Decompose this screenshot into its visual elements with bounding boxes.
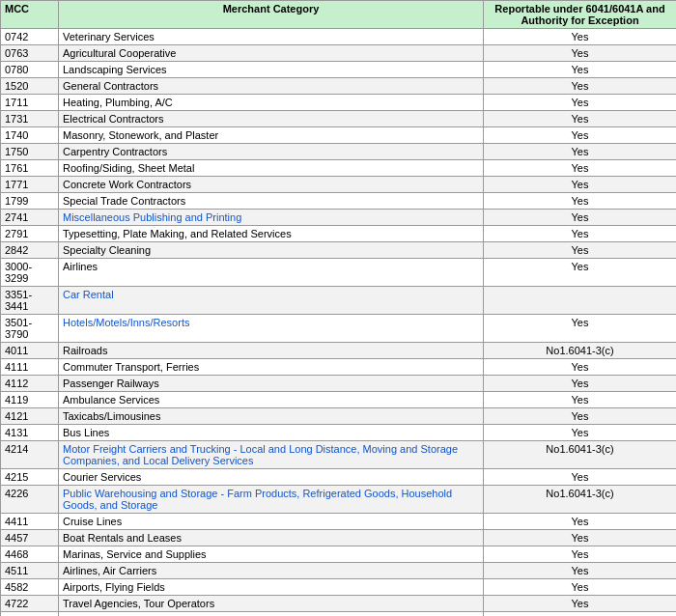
reportable-cell: Yes xyxy=(484,376,677,392)
mcc-cell: 1761 xyxy=(1,160,59,177)
mcc-cell: 4226 xyxy=(1,486,59,514)
category-cell[interactable]: Miscellaneous Publishing and Printing xyxy=(59,210,484,226)
table-row: 4131Bus LinesYes xyxy=(1,425,677,441)
reportable-cell: No1.6041-3(c) xyxy=(484,441,677,469)
reportable-cell: Yes xyxy=(484,177,677,193)
table-row: 4214Motor Freight Carriers and Trucking … xyxy=(1,441,677,469)
mcc-cell: 1799 xyxy=(1,193,59,210)
table-row: 0742Veterinary ServicesYes xyxy=(1,29,677,45)
header-category: Merchant Category xyxy=(59,1,484,29)
category-cell[interactable]: Motor Freight Carriers and Trucking - Lo… xyxy=(59,441,484,469)
category-cell[interactable]: Public Warehousing and Storage - Farm Pr… xyxy=(59,486,484,514)
mcc-cell: 4119 xyxy=(1,392,59,408)
table-row: 4111Commuter Transport, FerriesYes xyxy=(1,359,677,376)
table-row: 4011RailroadsNo1.6041-3(c) xyxy=(1,343,677,359)
mcc-cell: 1731 xyxy=(1,111,59,127)
reportable-cell: Yes xyxy=(484,62,677,78)
reportable-cell: No1.6041-3(c) xyxy=(484,343,677,359)
category-cell: Heating, Plumbing, A/C xyxy=(59,95,484,111)
category-link[interactable]: Car Rental xyxy=(63,289,114,300)
table-row: 2741Miscellaneous Publishing and Printin… xyxy=(1,210,677,226)
category-cell: Typesetting, Plate Making, and Related S… xyxy=(59,226,484,242)
reportable-cell: Yes xyxy=(484,127,677,144)
mcc-cell: 3351-3441 xyxy=(1,287,59,315)
mcc-cell: 1771 xyxy=(1,177,59,193)
reportable-cell: Yes xyxy=(484,315,677,343)
category-cell: Boat Rentals and Leases xyxy=(59,530,484,546)
reportable-cell: Yes xyxy=(484,259,677,287)
reportable-cell: Yes xyxy=(484,596,677,612)
reportable-cell: Yes xyxy=(484,469,677,486)
category-cell: Veterinary Services xyxy=(59,29,484,45)
category-cell: Railroads xyxy=(59,343,484,359)
category-cell[interactable]: Car Rental xyxy=(59,287,484,315)
table-row: 4468Marinas, Service and SuppliesYes xyxy=(1,546,677,563)
reportable-cell: Yes xyxy=(484,95,677,111)
table-row: 1731Electrical ContractorsYes xyxy=(1,111,677,127)
mcc-cell: 1711 xyxy=(1,95,59,111)
category-link[interactable]: Hotels/Motels/Inns/Resorts xyxy=(63,317,189,328)
reportable-cell: Yes xyxy=(484,193,677,210)
category-link[interactable]: Motor Freight Carriers and Trucking - Lo… xyxy=(63,443,458,466)
table-row: 4511Airlines, Air CarriersYes xyxy=(1,563,677,579)
table-row: 1750Carpentry ContractorsYes xyxy=(1,144,677,160)
reportable-cell: Yes xyxy=(484,226,677,242)
category-cell: General Contractors xyxy=(59,78,484,95)
mcc-cell: 1740 xyxy=(1,127,59,144)
mcc-cell: 0763 xyxy=(1,45,59,62)
mcc-cell: 0780 xyxy=(1,62,59,78)
category-cell: Specialty Cleaning xyxy=(59,242,484,259)
mcc-cell: 0742 xyxy=(1,29,59,45)
category-cell: Bus Lines xyxy=(59,425,484,441)
table-row: 0763Agricultural CooperativeYes xyxy=(1,45,677,62)
reportable-cell xyxy=(484,287,677,315)
category-cell: Ambulance Services xyxy=(59,392,484,408)
category-cell: Roofing/Siding, Sheet Metal xyxy=(59,160,484,177)
category-cell: Airports, Flying Fields xyxy=(59,579,484,596)
reportable-cell: Yes xyxy=(484,29,677,45)
table-row: 1520General ContractorsYes xyxy=(1,78,677,95)
table-row: 3501-3790Hotels/Motels/Inns/ResortsYes xyxy=(1,315,677,343)
reportable-cell: Yes xyxy=(484,359,677,376)
category-cell: Carpentry Contractors xyxy=(59,144,484,160)
category-cell: Passenger Railways xyxy=(59,376,484,392)
mcc-cell: 1750 xyxy=(1,144,59,160)
header-reportable: Reportable under 6041/6041A and Authorit… xyxy=(484,1,677,29)
mcc-cell: 2842 xyxy=(1,242,59,259)
category-cell[interactable]: Hotels/Motels/Inns/Resorts xyxy=(59,315,484,343)
table-row: 1740Masonry, Stonework, and PlasterYes xyxy=(1,127,677,144)
reportable-cell: Yes xyxy=(484,144,677,160)
table-row: 1771Concrete Work ContractorsYes xyxy=(1,177,677,193)
reportable-cell: Yes xyxy=(484,579,677,596)
reportable-cell: Yes xyxy=(484,392,677,408)
category-cell: Agricultural Cooperative xyxy=(59,45,484,62)
reportable-cell: Yes xyxy=(484,210,677,226)
mcc-cell: 4215 xyxy=(1,469,59,486)
mcc-cell: 4111 xyxy=(1,359,59,376)
table-row: 1711Heating, Plumbing, A/CYes xyxy=(1,95,677,111)
category-cell: Commuter Transport, Ferries xyxy=(59,359,484,376)
category-cell: Airlines xyxy=(59,259,484,287)
mcc-cell: 2741 xyxy=(1,210,59,226)
mcc-cell: 1520 xyxy=(1,78,59,95)
mcc-cell: 4011 xyxy=(1,343,59,359)
mcc-cell: 4131 xyxy=(1,425,59,441)
table-row: 1761Roofing/Siding, Sheet MetalYes xyxy=(1,160,677,177)
mcc-cell: 4582 xyxy=(1,579,59,596)
reportable-cell: Yes xyxy=(484,408,677,425)
table-row: 4119Ambulance ServicesYes xyxy=(1,392,677,408)
table-row: 1799Special Trade ContractorsYes xyxy=(1,193,677,210)
mcc-cell: 4511 xyxy=(1,563,59,579)
mcc-cell: 4112 xyxy=(1,376,59,392)
reportable-cell: No1.6041-3(c) xyxy=(484,486,677,514)
mcc-cell: 3501-3790 xyxy=(1,315,59,343)
table-row: 4411Cruise LinesYes xyxy=(1,514,677,530)
category-cell: Airlines, Air Carriers xyxy=(59,563,484,579)
category-link[interactable]: Miscellaneous Publishing and Printing xyxy=(63,211,241,223)
table-row: 4723TUI Travel - GermanyYes xyxy=(1,612,677,617)
mcc-cell: 4121 xyxy=(1,408,59,425)
category-link[interactable]: Public Warehousing and Storage - Farm Pr… xyxy=(63,488,452,511)
category-cell: Cruise Lines xyxy=(59,514,484,530)
table-row: 2791Typesetting, Plate Making, and Relat… xyxy=(1,226,677,242)
table-row: 4722Travel Agencies, Tour OperatorsYes xyxy=(1,596,677,612)
